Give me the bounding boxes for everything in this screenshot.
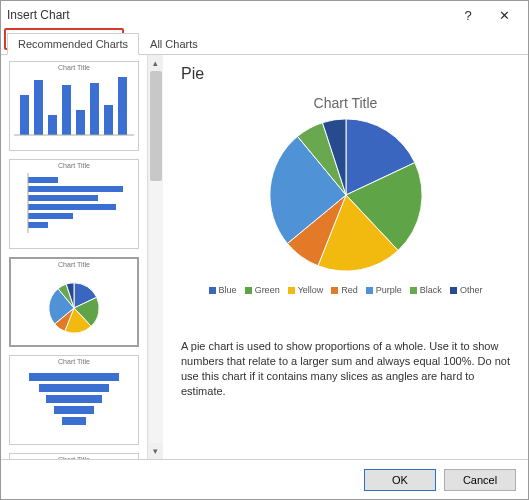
thumb-preview	[10, 73, 138, 150]
thumbnail-scrollbar[interactable]: ▴ ▾	[147, 55, 163, 459]
thumbnail-panel: Chart Title	[1, 55, 163, 459]
window-title: Insert Chart	[7, 8, 450, 22]
legend-item: Purple	[366, 285, 402, 295]
thumb-title: Chart Title	[11, 259, 137, 270]
svg-rect-19	[54, 406, 94, 414]
thumb-clustered-column[interactable]: Chart Title	[9, 61, 139, 151]
svg-rect-3	[62, 85, 71, 135]
chart-preview: Chart Title BlueGreenYellowRedPurpleBlac…	[181, 89, 510, 329]
svg-rect-14	[28, 222, 48, 228]
help-button[interactable]: ?	[450, 2, 486, 28]
thumb-title: Chart Title	[10, 160, 138, 171]
dialog-footer: OK Cancel	[1, 459, 528, 499]
legend-swatch	[450, 287, 457, 294]
legend-item: Other	[450, 285, 483, 295]
thumb-preview	[10, 171, 138, 248]
thumb-funnel[interactable]: Chart Title	[9, 355, 139, 445]
scroll-thumb[interactable]	[150, 71, 162, 181]
svg-rect-6	[104, 105, 113, 135]
hbar-chart-icon	[14, 173, 134, 239]
svg-rect-20	[62, 417, 86, 425]
legend-label: Blue	[219, 285, 237, 295]
legend-swatch	[410, 287, 417, 294]
legend-item: Blue	[209, 285, 237, 295]
svg-rect-13	[28, 213, 73, 219]
svg-rect-16	[29, 373, 119, 381]
thumb-title: Chart Title	[10, 356, 138, 367]
legend-swatch	[288, 287, 295, 294]
svg-rect-1	[34, 80, 43, 135]
svg-rect-7	[118, 77, 127, 135]
preview-panel: Pie Chart Title BlueGreenYellowRedPurple…	[163, 55, 528, 459]
dialog-body: Chart Title	[1, 55, 528, 459]
svg-rect-2	[48, 115, 57, 135]
ok-button[interactable]: OK	[364, 469, 436, 491]
thumb-preview	[11, 270, 137, 345]
svg-rect-17	[39, 384, 109, 392]
thumb-title: Chart Title	[10, 62, 138, 73]
legend-swatch	[331, 287, 338, 294]
thumb-clustered-bar[interactable]: Chart Title	[9, 159, 139, 249]
legend-swatch	[209, 287, 216, 294]
svg-rect-18	[46, 395, 102, 403]
bar-chart-icon	[14, 75, 134, 141]
insert-chart-dialog: Insert Chart ? ✕ Recommended Charts All …	[0, 0, 529, 500]
legend-swatch	[366, 287, 373, 294]
legend-label: Green	[255, 285, 280, 295]
legend-label: Purple	[376, 285, 402, 295]
legend-item: Black	[410, 285, 442, 295]
title-bar: Insert Chart ? ✕	[1, 1, 528, 29]
legend-label: Yellow	[298, 285, 324, 295]
svg-rect-9	[28, 177, 58, 183]
legend-item: Red	[331, 285, 358, 295]
pie-chart	[266, 115, 426, 275]
svg-rect-10	[28, 186, 123, 192]
svg-rect-5	[90, 83, 99, 135]
legend-swatch	[245, 287, 252, 294]
close-button[interactable]: ✕	[486, 2, 522, 28]
svg-rect-4	[76, 110, 85, 135]
svg-rect-0	[20, 95, 29, 135]
scroll-track[interactable]	[149, 71, 163, 443]
chart-legend: BlueGreenYellowRedPurpleBlackOther	[209, 285, 483, 295]
funnel-chart-icon	[14, 369, 134, 435]
thumb-preview	[10, 367, 138, 444]
svg-rect-12	[28, 204, 116, 210]
legend-item: Yellow	[288, 285, 324, 295]
legend-label: Black	[420, 285, 442, 295]
chart-description: A pie chart is used to show proportions …	[181, 339, 510, 398]
legend-item: Green	[245, 285, 280, 295]
thumbnail-list: Chart Title	[1, 55, 147, 459]
tab-recommended-charts[interactable]: Recommended Charts	[7, 33, 139, 55]
tab-strip: Recommended Charts All Charts	[1, 29, 528, 55]
legend-label: Red	[341, 285, 358, 295]
scroll-up-button[interactable]: ▴	[149, 55, 163, 71]
pie-chart-icon	[45, 279, 103, 337]
scroll-down-button[interactable]: ▾	[149, 443, 163, 459]
svg-rect-11	[28, 195, 98, 201]
chart-type-heading: Pie	[181, 65, 510, 83]
chart-title: Chart Title	[314, 95, 378, 111]
cancel-button[interactable]: Cancel	[444, 469, 516, 491]
thumb-pie[interactable]: Chart Title	[9, 257, 139, 347]
legend-label: Other	[460, 285, 483, 295]
tab-all-charts[interactable]: All Charts	[139, 33, 209, 55]
